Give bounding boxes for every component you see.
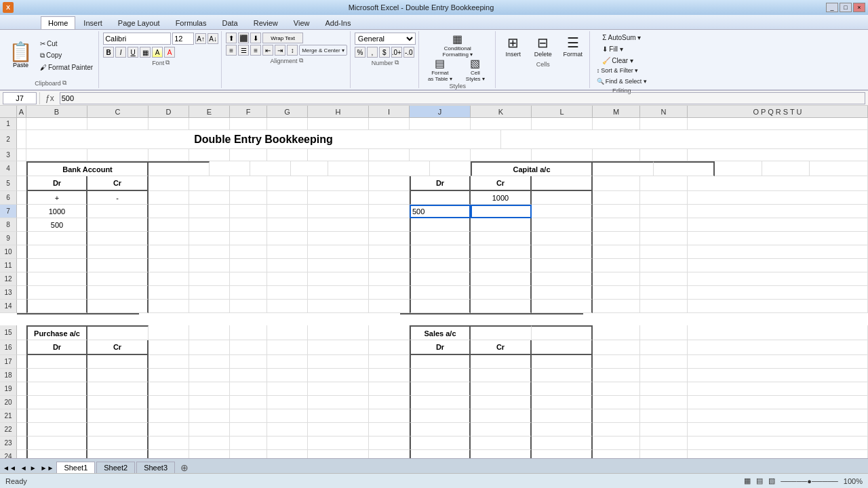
cell-n12[interactable] (640, 272, 688, 286)
cell-k22[interactable] (471, 423, 532, 436)
cell-f16[interactable] (230, 340, 267, 355)
window-controls[interactable]: _ □ × (826, 3, 865, 12)
cell-bank-account-label[interactable]: Bank Account (26, 161, 149, 176)
zoom-slider[interactable]: ─────●───── (781, 477, 838, 485)
cell-e21[interactable] (189, 409, 230, 423)
cell-j9[interactable] (410, 232, 471, 245)
cell-e17[interactable] (189, 355, 230, 369)
cell-rest-20[interactable] (688, 396, 868, 409)
cell-a3[interactable] (17, 149, 26, 161)
cell-g14[interactable] (267, 300, 308, 313)
sheet-tab-1[interactable]: Sheet1 (56, 462, 95, 473)
col-header-n[interactable]: N (640, 106, 688, 117)
cell-n11[interactable] (640, 259, 688, 272)
wrap-text-button[interactable]: Wrap Text (262, 33, 303, 43)
cell-c18[interactable] (87, 369, 149, 382)
cell-a17[interactable] (17, 355, 26, 369)
cell-h19[interactable] (308, 382, 369, 396)
cut-button[interactable]: ✂ Cut (37, 39, 96, 49)
fill-button[interactable]: ⬇ Fill ▾ (599, 44, 644, 54)
align-center-button[interactable]: ☰ (238, 45, 249, 56)
cell-l20[interactable] (532, 396, 593, 409)
cell-d13[interactable] (149, 286, 189, 300)
cell-bank-dr[interactable]: Dr (26, 176, 87, 191)
cell-l4[interactable] (654, 161, 715, 176)
cell-a2[interactable] (17, 130, 26, 149)
prev-sheet-single-button[interactable]: ◄ (19, 463, 28, 473)
cell-g18[interactable] (267, 369, 308, 382)
border-button[interactable]: ▦ (140, 47, 151, 58)
format-button[interactable]: ☰ Format (559, 33, 587, 60)
cell-j21[interactable] (410, 409, 471, 423)
alignment-expand-icon[interactable]: ⧉ (299, 57, 303, 64)
cell-d22[interactable] (149, 423, 189, 436)
cell-n10[interactable] (640, 245, 688, 259)
prev-sheet-button[interactable]: ◄◄ (0, 463, 19, 473)
cell-k10[interactable] (471, 245, 532, 259)
cell-k1[interactable] (471, 118, 532, 130)
cell-d19[interactable] (149, 382, 189, 396)
cell-g4[interactable] (328, 161, 369, 176)
cell-m13[interactable] (593, 286, 640, 300)
cell-e14[interactable] (189, 300, 230, 313)
cell-c20[interactable] (87, 396, 149, 409)
cell-f8[interactable] (230, 218, 267, 232)
cell-l13[interactable] (532, 286, 593, 300)
view-normal-button[interactable]: ▦ (744, 476, 751, 485)
next-sheet-single-button[interactable]: ► (28, 463, 38, 473)
cell-b1[interactable] (26, 118, 87, 130)
cell-c10[interactable] (87, 245, 149, 259)
cell-d14[interactable] (149, 300, 189, 313)
cell-i4[interactable] (430, 161, 471, 176)
cell-n18[interactable] (640, 369, 688, 382)
cell-d21[interactable] (149, 409, 189, 423)
cell-i8[interactable] (369, 218, 410, 232)
cell-f14[interactable] (230, 300, 267, 313)
col-header-c[interactable]: C (87, 106, 149, 117)
cell-b14[interactable] (26, 300, 87, 313)
sort-filter-button[interactable]: ↕ Sort & Filter ▾ (594, 66, 650, 75)
cell-b23[interactable] (26, 436, 87, 450)
cell-j18[interactable] (410, 369, 471, 382)
cell-j17[interactable] (410, 355, 471, 369)
cell-l11[interactable] (532, 259, 593, 272)
font-color-button[interactable]: A (164, 47, 175, 58)
clear-button[interactable]: 🧹 Clear ▾ (599, 56, 644, 66)
cell-m10[interactable] (593, 245, 640, 259)
cell-h14[interactable] (308, 300, 369, 313)
cell-i1[interactable] (369, 118, 410, 130)
cell-k12[interactable] (471, 272, 532, 286)
cell-bank-dr-500[interactable]: 500 (26, 218, 87, 232)
cell-d5[interactable] (149, 176, 189, 191)
cell-c22[interactable] (87, 423, 149, 436)
cell-h16[interactable] (308, 340, 369, 355)
cell-i21[interactable] (369, 409, 410, 423)
cell-sales-ac-label[interactable]: Sales a/c (410, 325, 471, 340)
cell-e13[interactable] (189, 286, 230, 300)
cell-a9[interactable] (17, 232, 26, 245)
font-expand-icon[interactable]: ⧉ (165, 59, 170, 66)
cell-rest-16[interactable] (688, 340, 868, 355)
cell-rest-21[interactable] (688, 409, 868, 423)
cell-a18[interactable] (17, 369, 26, 382)
view-layout-button[interactable]: ▤ (756, 476, 763, 485)
cell-i20[interactable] (369, 396, 410, 409)
cell-rest-7[interactable] (688, 205, 868, 218)
cell-i11[interactable] (369, 259, 410, 272)
decrease-indent-button[interactable]: ⇤ (262, 45, 273, 56)
cell-b11[interactable] (26, 259, 87, 272)
cell-h18[interactable] (308, 369, 369, 382)
cell-i18[interactable] (369, 369, 410, 382)
cell-c12[interactable] (87, 272, 149, 286)
cell-f23[interactable] (230, 436, 267, 450)
cell-k3[interactable] (471, 149, 532, 161)
cell-a22[interactable] (17, 423, 26, 436)
col-header-rest[interactable]: O P Q R S T U (688, 106, 868, 117)
cell-j19[interactable] (410, 382, 471, 396)
cell-c9[interactable] (87, 232, 149, 245)
cell-l1[interactable] (532, 118, 593, 130)
align-bottom-button[interactable]: ⬇ (250, 33, 261, 43)
cell-c19[interactable] (87, 382, 149, 396)
cell-m6[interactable] (593, 191, 640, 205)
cell-d10[interactable] (149, 245, 189, 259)
